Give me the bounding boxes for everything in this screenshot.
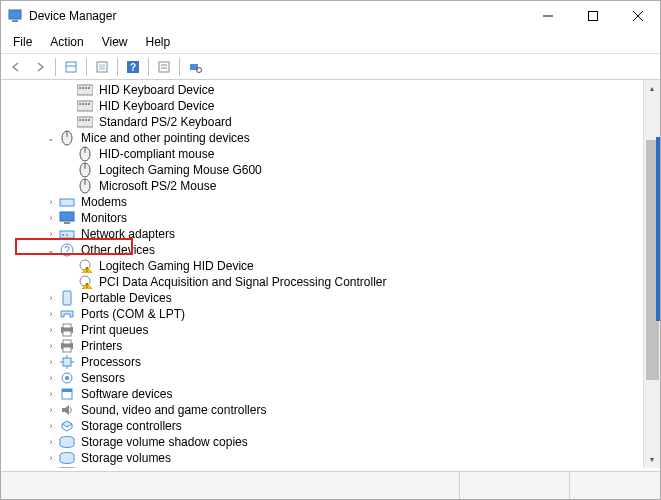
expander-collapsed-icon[interactable]: › <box>45 372 57 384</box>
svg-rect-18 <box>79 87 81 89</box>
toolbar-separator <box>179 58 180 76</box>
tree-category-portable[interactable]: › Portable Devices <box>5 290 660 306</box>
tree-category-sensors[interactable]: › Sensors <box>5 370 660 386</box>
expander-collapsed-icon[interactable]: › <box>45 420 57 432</box>
processor-icon <box>59 354 75 370</box>
menu-action[interactable]: Action <box>42 33 91 51</box>
svg-rect-29 <box>82 119 84 121</box>
tree-category-print-queues[interactable]: › Print queues <box>5 322 660 338</box>
tree-item-label: Print queues <box>79 322 150 338</box>
svg-rect-28 <box>79 119 81 121</box>
tree-category-system-devices[interactable]: ⌄ System devices <box>5 466 660 468</box>
tree-item-hid-keyboard[interactable]: HID Keyboard Device <box>5 98 660 114</box>
toolbar-forward-button[interactable] <box>29 56 51 78</box>
tree-item-ps2-keyboard[interactable]: Standard PS/2 Keyboard <box>5 114 660 130</box>
toolbar-properties-button[interactable] <box>153 56 175 78</box>
tree-category-sound[interactable]: › Sound, video and game controllers <box>5 402 660 418</box>
tree-category-network[interactable]: › Network adapters <box>5 226 660 242</box>
tree-item-label: Printers <box>79 338 124 354</box>
expander-collapsed-icon[interactable]: › <box>45 308 57 320</box>
svg-rect-61 <box>63 358 71 366</box>
expander-collapsed-icon[interactable]: › <box>45 356 57 368</box>
expander-expanded-icon[interactable]: ⌄ <box>45 132 57 144</box>
expander-collapsed-icon[interactable]: › <box>45 452 57 464</box>
status-cell <box>1 472 460 499</box>
toolbar-back-button[interactable] <box>5 56 27 78</box>
keyboard-icon <box>77 98 93 114</box>
mouse-icon <box>77 146 93 162</box>
tree-category-storage-shadow[interactable]: › Storage volume shadow copies <box>5 434 660 450</box>
software-icon <box>59 386 75 402</box>
scroll-down-button[interactable]: ▾ <box>644 451 660 468</box>
storage-controller-icon <box>59 418 75 434</box>
tree-item-ps2-mouse[interactable]: Microsoft PS/2 Mouse <box>5 178 660 194</box>
storage-icon <box>59 450 75 466</box>
tree-category-processors[interactable]: › Processors <box>5 354 660 370</box>
menu-file[interactable]: File <box>5 33 40 51</box>
tree-item-label: Monitors <box>79 210 129 226</box>
tree-item-label: Ports (COM & LPT) <box>79 306 187 322</box>
menu-help[interactable]: Help <box>138 33 179 51</box>
toolbar-scan-button[interactable] <box>184 56 206 78</box>
expander-collapsed-icon[interactable]: › <box>45 436 57 448</box>
toolbar-help-button[interactable]: ? <box>122 56 144 78</box>
svg-rect-20 <box>85 87 87 89</box>
mouse-icon <box>77 178 93 194</box>
tree-item-label: Storage volumes <box>79 450 173 466</box>
menu-view[interactable]: View <box>94 33 136 51</box>
svg-text:!: ! <box>86 282 88 289</box>
tree-item-label: Microsoft PS/2 Mouse <box>97 178 218 194</box>
side-accent-strip <box>656 137 660 321</box>
keyboard-icon <box>77 82 93 98</box>
toolbar-showhide-button[interactable] <box>60 56 82 78</box>
expander-collapsed-icon[interactable]: › <box>45 324 57 336</box>
expander-collapsed-icon[interactable]: › <box>45 292 57 304</box>
expander-collapsed-icon[interactable]: › <box>45 196 57 208</box>
tree-category-printers[interactable]: › Printers <box>5 338 660 354</box>
tree-item-label: PCI Data Acquisition and Signal Processi… <box>97 274 388 290</box>
tree-item-logitech-hid[interactable]: ! Logitech Gaming HID Device <box>5 258 660 274</box>
close-button[interactable] <box>615 1 660 31</box>
expander-collapsed-icon[interactable]: › <box>45 212 57 224</box>
status-cell <box>570 472 660 499</box>
svg-rect-30 <box>85 119 87 121</box>
tree-category-mice[interactable]: ⌄ Mice and other pointing devices <box>5 130 660 146</box>
expander-collapsed-icon[interactable]: › <box>45 404 57 416</box>
tree-item-label: Standard PS/2 Keyboard <box>97 114 234 130</box>
tree-category-storage-volumes[interactable]: › Storage volumes <box>5 450 660 466</box>
tree-category-storage-controllers[interactable]: › Storage controllers <box>5 418 660 434</box>
tree-item-hid-keyboard[interactable]: HID Keyboard Device <box>5 82 660 98</box>
minimize-button[interactable] <box>525 1 570 31</box>
tree-category-ports[interactable]: › Ports (COM & LPT) <box>5 306 660 322</box>
svg-rect-23 <box>79 103 81 105</box>
tree-category-monitors[interactable]: › Monitors <box>5 210 660 226</box>
svg-rect-0 <box>9 10 21 19</box>
svg-rect-60 <box>63 347 71 352</box>
scroll-up-button[interactable]: ▴ <box>644 80 660 97</box>
tree-item-label: Mice and other pointing devices <box>79 130 252 146</box>
mouse-icon <box>59 130 75 146</box>
tree-item-pci-data[interactable]: ! PCI Data Acquisition and Signal Proces… <box>5 274 660 290</box>
svg-rect-41 <box>60 212 74 221</box>
expander-collapsed-icon[interactable]: › <box>45 228 57 240</box>
maximize-button[interactable] <box>570 1 615 31</box>
tree-item-logitech-g600[interactable]: Logitech Gaming Mouse G600 <box>5 162 660 178</box>
tree-category-modems[interactable]: › Modems <box>5 194 660 210</box>
printer-icon <box>59 322 75 338</box>
svg-rect-31 <box>88 119 90 121</box>
expander-expanded-icon[interactable]: ⌄ <box>45 244 57 256</box>
svg-rect-6 <box>66 62 76 72</box>
modem-icon <box>59 194 75 210</box>
unknown-device-warning-icon: ! <box>77 258 93 274</box>
svg-rect-54 <box>63 291 71 305</box>
device-tree[interactable]: HID Keyboard Device HID Keyboard Device … <box>1 80 660 468</box>
toolbar: ? <box>1 54 660 80</box>
tree-category-software[interactable]: › Software devices <box>5 386 660 402</box>
expander-collapsed-icon[interactable]: › <box>45 340 57 352</box>
toolbar-refresh-button[interactable] <box>91 56 113 78</box>
expander-collapsed-icon[interactable]: › <box>45 388 57 400</box>
svg-rect-24 <box>82 103 84 105</box>
tree-item-hid-mouse[interactable]: HID-compliant mouse <box>5 146 660 162</box>
tree-category-other-devices[interactable]: ⌄ ? Other devices <box>5 242 660 258</box>
mouse-icon <box>77 162 93 178</box>
